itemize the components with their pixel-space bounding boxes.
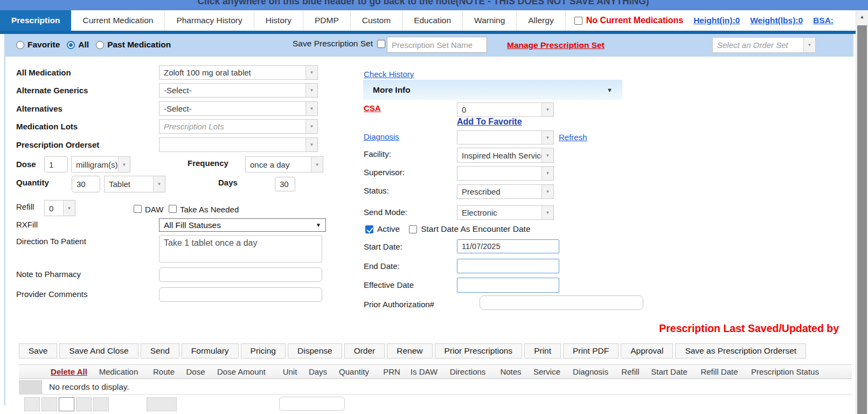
chevron-down-icon[interactable]: ▼	[541, 148, 553, 162]
radio-favorite[interactable]: Favorite	[16, 40, 60, 50]
active-checkbox[interactable]	[365, 225, 373, 233]
tab-pharmacy-history[interactable]: Pharmacy History	[165, 10, 254, 31]
take-as-needed-checkbox[interactable]	[169, 205, 177, 213]
chevron-down-icon[interactable]: ▼	[118, 157, 130, 172]
no-current-medications-checkbox[interactable]	[574, 17, 582, 25]
chevron-down-icon[interactable]: ▼	[305, 66, 317, 79]
weight-link[interactable]: Weight(lbs):0	[750, 16, 803, 25]
chevron-down-icon[interactable]: ▼	[305, 138, 317, 151]
order-set-combobox[interactable]: Select an Order Set ▼	[712, 37, 816, 53]
chevron-down-icon[interactable]: ▼	[541, 131, 553, 144]
csa-combobox[interactable]: 0 ▼	[457, 102, 554, 117]
end-date-input[interactable]	[457, 259, 559, 273]
tab-current-medication[interactable]: Current Medication	[71, 10, 165, 31]
pager-prev-button[interactable]	[41, 397, 57, 411]
chevron-down-icon[interactable]: ▼	[153, 176, 165, 192]
bsa-link[interactable]: BSA:	[813, 16, 834, 25]
dose-unit-combobox[interactable]: milligram(s) ▼	[71, 156, 130, 172]
tab-warning[interactable]: Warning	[463, 10, 517, 31]
csa-link[interactable]: CSA	[364, 104, 381, 113]
chevron-down-icon[interactable]: ▼	[541, 103, 553, 116]
save-and-close-button[interactable]: Save And Close	[59, 343, 138, 358]
print-button[interactable]: Print	[524, 343, 561, 358]
direction-to-patient-textarea[interactable]: Take 1 tablet once a day	[159, 235, 322, 263]
chevron-down-icon[interactable]: ▼	[63, 201, 75, 216]
medication-lots-combobox[interactable]: Prescription Lots ▼	[159, 119, 318, 134]
save-prescription-set-checkbox[interactable]	[377, 40, 385, 48]
blue-header-banner[interactable]: Click anywhere on this blue header to go…	[0, 0, 868, 10]
days-input[interactable]	[275, 177, 295, 191]
alternatives-combobox[interactable]: -Select- ▼	[159, 101, 318, 116]
prescription-orderset-combobox[interactable]: ▼	[159, 137, 318, 152]
send-button[interactable]: Send	[141, 343, 179, 358]
tab-prescription[interactable]: Prescription	[0, 10, 71, 31]
chevron-down-icon[interactable]: ▼	[305, 102, 317, 115]
scroll-up-arrow-icon[interactable]: ▲	[856, 10, 868, 23]
tab-pdmp[interactable]: PDMP	[303, 10, 351, 31]
frequency-combobox[interactable]: once a day ▼	[245, 156, 323, 172]
active-checkbox-row: Active Start Date As Encounter Date	[365, 224, 531, 234]
provider-comments-input[interactable]	[159, 287, 322, 302]
radio-all[interactable]: All	[67, 40, 89, 50]
chevron-down-icon[interactable]: ▼	[541, 206, 553, 219]
pager-last-button[interactable]	[93, 397, 109, 411]
chevron-down-icon[interactable]: ▼	[803, 38, 815, 52]
prior-prescriptions-button[interactable]: Prior Prescriptions	[435, 343, 523, 358]
save-button[interactable]: Save	[19, 343, 57, 358]
refill-combobox[interactable]: 0 ▼	[44, 200, 75, 216]
dose-input[interactable]	[44, 156, 68, 172]
note-to-pharmacy-input[interactable]	[159, 267, 322, 282]
daw-checkbox[interactable]	[134, 205, 142, 213]
tab-education[interactable]: Education	[402, 10, 463, 31]
diagnosis-combobox[interactable]: ▼	[457, 130, 554, 144]
save-as-prescription-orderset-button[interactable]: Save as Prescription Orderset	[675, 343, 806, 358]
send-mode-combobox[interactable]: Electronic ▼	[457, 205, 554, 220]
vertical-scrollbar[interactable]: ▲	[856, 10, 868, 414]
favorite-radio-icon[interactable]	[16, 41, 24, 49]
pager-current-page-button[interactable]	[59, 397, 74, 411]
radio-past-medication[interactable]: Past Medication	[96, 40, 171, 50]
tab-custom[interactable]: Custom	[351, 10, 402, 31]
scrollbar-thumb[interactable]	[857, 25, 867, 414]
chevron-down-icon[interactable]: ▼	[541, 185, 553, 198]
renew-button[interactable]: Renew	[387, 343, 432, 358]
tab-history[interactable]: History	[254, 10, 303, 31]
more-info-panel[interactable]: More Info ▼	[363, 80, 622, 100]
refresh-link[interactable]: Refresh	[559, 133, 587, 142]
chevron-down-icon[interactable]: ▼	[541, 167, 553, 180]
quantity-input[interactable]	[72, 176, 100, 192]
add-to-favorite-link[interactable]: Add To Favorite	[457, 117, 522, 127]
order-button[interactable]: Order	[344, 343, 385, 358]
supervisor-combobox[interactable]: ▼	[457, 166, 554, 181]
tab-allergy[interactable]: Allergy	[517, 10, 565, 31]
pager-first-button[interactable]	[24, 397, 40, 411]
facility-combobox[interactable]: Inspired Health Services ▼	[457, 148, 554, 163]
pricing-button[interactable]: Pricing	[241, 343, 286, 358]
all-radio-icon[interactable]	[67, 41, 75, 49]
height-link[interactable]: Height(in):0	[693, 16, 740, 25]
diagnosis-link[interactable]: Diagnosis	[364, 132, 399, 141]
dispense-button[interactable]: Dispense	[288, 343, 342, 358]
quantity-unit-combobox[interactable]: Tablet ▼	[104, 176, 165, 192]
chevron-down-icon[interactable]: ▼	[305, 84, 317, 97]
pager-next-button[interactable]	[76, 397, 92, 411]
approval-button[interactable]: Approval	[621, 343, 673, 358]
chevron-down-icon[interactable]: ▼	[305, 120, 317, 133]
check-history-link[interactable]: Check History	[364, 70, 414, 79]
prescription-set-name-input[interactable]	[387, 37, 487, 53]
print-pdf-button[interactable]: Print PDF	[563, 343, 619, 358]
start-date-input[interactable]	[457, 239, 559, 253]
all-medication-combobox[interactable]: Zoloft 100 mg oral tablet ▼	[159, 65, 318, 80]
rxfill-select[interactable]: All Fill Statuses ▼	[159, 218, 326, 232]
pager-page-size-button[interactable]	[147, 397, 177, 411]
prior-authorization-input[interactable]	[480, 295, 643, 310]
formulary-button[interactable]: Formulary	[182, 343, 239, 358]
manage-prescription-set-link[interactable]: Manage Prescription Set	[507, 40, 605, 50]
effective-date-input[interactable]	[457, 278, 559, 293]
past-medication-radio-icon[interactable]	[96, 41, 104, 49]
chevron-down-icon[interactable]: ▼	[311, 157, 323, 172]
start-date-as-encounter-checkbox[interactable]	[409, 225, 417, 233]
alternate-generics-combobox[interactable]: -Select- ▼	[159, 83, 318, 98]
delete-all-link[interactable]: Delete All	[51, 367, 87, 376]
status-combobox[interactable]: Prescribed ▼	[457, 184, 554, 199]
